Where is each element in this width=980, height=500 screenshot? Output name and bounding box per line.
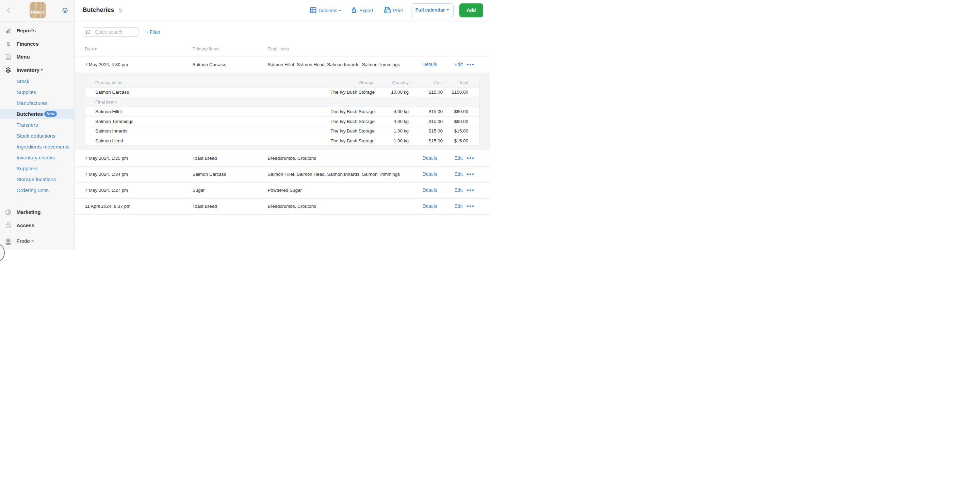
svg-text:$: $ xyxy=(7,41,10,47)
